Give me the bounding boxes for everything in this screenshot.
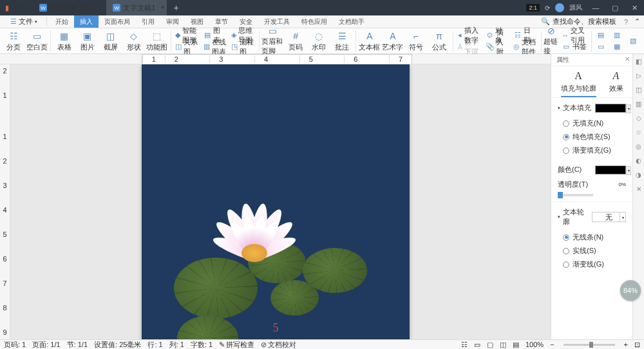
menu-tab-special[interactable]: 特色应用	[296, 15, 333, 28]
zoom-value[interactable]: 100%	[526, 341, 544, 348]
progress-badge[interactable]: 84%	[620, 280, 641, 301]
close-button[interactable]: ✕	[625, 0, 644, 15]
ribbon-艺术字[interactable]: A艺术字	[382, 29, 404, 53]
tabstrip-item-5[interactable]: ☆	[634, 127, 643, 137]
zoom-fit[interactable]: ⊡	[634, 341, 640, 349]
minimize-button[interactable]: —	[586, 0, 605, 15]
menu-tab-layout[interactable]: 页面布局	[99, 15, 136, 28]
panel-tab-effect[interactable]: A效果	[609, 70, 623, 97]
ribbon-图片[interactable]: ▣图片	[77, 29, 99, 53]
ribbon-页码[interactable]: #页码	[285, 29, 307, 53]
status-row[interactable]: 行: 1	[147, 340, 162, 350]
opacity-slider[interactable]	[558, 194, 593, 196]
radio-solid-line[interactable]: 实线(S)	[558, 244, 626, 258]
ribbon-截屏[interactable]: ◫截屏	[100, 29, 122, 53]
close-icon[interactable]: ●	[161, 4, 164, 10]
document-page[interactable]: 5	[142, 64, 410, 339]
fill-swatch[interactable]: ▾	[595, 104, 626, 113]
maximize-button[interactable]: ▢	[605, 0, 625, 15]
ribbon-水印[interactable]: ◌水印	[308, 29, 330, 53]
menu-tab-insert[interactable]: 插入	[74, 15, 99, 28]
ruler-vertical[interactable]: 211234567891011	[0, 64, 10, 339]
user-avatar[interactable]	[555, 3, 564, 12]
doc-tab-0[interactable]: W荷塘月色.docx	[33, 0, 106, 15]
zoom-slider[interactable]	[564, 344, 615, 346]
collapse-ribbon-icon[interactable]: ⌃	[634, 17, 640, 26]
status-pages[interactable]: 页面: 1/1	[32, 340, 60, 350]
leaf-icon[interactable]	[177, 316, 238, 339]
menu-tab-review[interactable]: 审阅	[160, 15, 185, 28]
ribbon-插入附件[interactable]: 📎插入附件	[484, 41, 510, 53]
leaf-icon[interactable]	[270, 280, 319, 316]
tabstrip-item-0[interactable]: ◧	[634, 57, 643, 66]
ribbon-公式[interactable]: π公式	[428, 29, 450, 53]
ribbon-批注[interactable]: ☰批注	[331, 29, 353, 53]
view-draft[interactable]: ▤	[513, 341, 519, 349]
tabstrip-item-9[interactable]: ✕	[634, 184, 643, 193]
view-page[interactable]: ▭	[474, 341, 480, 349]
user-name[interactable]: 源风	[569, 3, 582, 12]
status-words[interactable]: 字数: 1	[191, 340, 213, 350]
radio-no-line[interactable]: 无线条(N)	[558, 231, 626, 244]
view-outline[interactable]: ☷	[461, 341, 468, 349]
ribbon-[interactable]: ▭	[594, 41, 609, 53]
ruler-horizontal[interactable]: 1234567	[0, 54, 644, 64]
doc-tab-1[interactable]: W文字文稿1●	[106, 0, 167, 15]
tabstrip-item-6[interactable]: ◎	[634, 142, 643, 151]
tabstrip-item-8[interactable]: ◑	[634, 170, 643, 179]
status-col[interactable]: 列: 1	[169, 340, 184, 350]
tabstrip-item-7[interactable]: ◐	[634, 156, 643, 165]
ribbon-[interactable]: ▦	[611, 41, 625, 53]
ribbon-功能图[interactable]: ⬚功能图	[146, 29, 168, 53]
file-menu[interactable]: ☰文件▾	[4, 15, 44, 28]
tabstrip-item-3[interactable]: ▥	[634, 99, 643, 108]
menu-tab-ref[interactable]: 引用	[136, 15, 160, 28]
status-pos[interactable]: 设置值: 25毫米	[94, 340, 141, 350]
menu-tab-home[interactable]: 开始	[50, 15, 74, 28]
ribbon-[interactable]: ▥	[611, 30, 625, 41]
ribbon-表格[interactable]: ▦表格	[53, 29, 75, 53]
ribbon-形状[interactable]: ◇形状	[123, 29, 145, 53]
radio-solid-fill[interactable]: 纯色填充(S)	[558, 130, 626, 144]
tabstrip-item-4[interactable]: ◇	[634, 113, 643, 122]
ribbon-在线图表[interactable]: ▥在线图表	[202, 41, 228, 53]
help-button[interactable]: ?	[624, 18, 628, 26]
ribbon-页眉和页脚[interactable]: ▭页眉和页脚	[261, 29, 283, 53]
ribbon-文本框[interactable]: A文本框	[359, 29, 381, 53]
zoom-in[interactable]: +	[624, 341, 628, 348]
menu-tab-assist[interactable]: 文档助手	[333, 15, 370, 28]
tabstrip-item-1[interactable]: ▷	[634, 71, 643, 80]
zoom-out[interactable]: −	[550, 341, 554, 348]
ribbon-[interactable]: ▧	[627, 35, 641, 47]
radio-gradient-line[interactable]: 渐变线(G)	[558, 258, 626, 271]
ribbon-分页[interactable]: ☷分页	[3, 29, 24, 53]
status-page[interactable]: 页码: 1	[4, 340, 26, 350]
radio-gradient-fill[interactable]: 渐变填充(G)	[558, 144, 626, 157]
status-section[interactable]: 节: 1/1	[67, 340, 88, 350]
panel-tab-fill[interactable]: A填充与轮廓	[561, 70, 596, 97]
ribbon-符号[interactable]: ⌐符号	[405, 29, 427, 53]
ribbon-空白页[interactable]: ▭空白页	[26, 29, 48, 53]
status-doc[interactable]: ⊘ 文档校对	[261, 340, 296, 350]
color-swatch[interactable]: ▾	[595, 165, 626, 174]
ribbon-文档部件[interactable]: ◎文档部件	[511, 41, 538, 53]
tabstrip-item-2[interactable]: ◫	[634, 85, 643, 94]
status-spell[interactable]: ✎ 拼写检查	[219, 340, 254, 350]
ribbon-[interactable]: ▤	[594, 30, 609, 41]
ribbon-关系图[interactable]: ◫关系图	[173, 41, 200, 53]
panel-close-icon[interactable]: ✕	[625, 55, 630, 62]
section-text-outline[interactable]: ▾文本轮廓 无▾	[558, 207, 626, 227]
outline-select[interactable]: 无▾	[592, 212, 626, 222]
add-tab-button[interactable]: +	[167, 3, 185, 13]
radio-no-fill[interactable]: 无填充(N)	[558, 117, 626, 130]
sync-icon[interactable]: ⟳	[545, 5, 550, 12]
ribbon-书签[interactable]: ▭书签	[560, 41, 589, 53]
ribbon-交叉引用[interactable]: ↔交叉引用	[560, 30, 589, 41]
section-text-fill[interactable]: ▾文本填充 ▾	[558, 103, 626, 113]
ribbon-流程图[interactable]: ◳流程图	[229, 41, 256, 53]
view-read[interactable]: ◫	[500, 341, 506, 349]
flower-icon[interactable]	[200, 184, 309, 274]
view-web[interactable]: ▢	[487, 341, 493, 349]
ribbon-超链接[interactable]: ⊘超链接	[544, 29, 558, 53]
canvas[interactable]: 5	[10, 64, 551, 339]
